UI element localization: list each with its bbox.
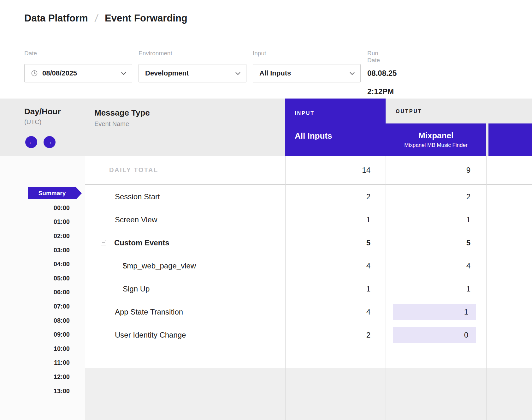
daily-total-label: DAILY TOTAL	[85, 156, 285, 184]
chevron-down-icon	[350, 72, 355, 75]
clock-icon	[31, 70, 38, 77]
table-row-sign-up: Sign Up 1 1	[85, 277, 532, 300]
hour-row[interactable]: 00:00	[0, 201, 70, 215]
output-column-title: Mixpanel	[418, 131, 453, 141]
day-nav: ← →	[25, 136, 56, 148]
hour-row[interactable]: 06:00	[0, 285, 70, 300]
event-name-group: Custom Events	[85, 231, 285, 254]
day-hour-title: Day/Hour	[24, 107, 61, 117]
hour-row[interactable]: 02:00	[0, 229, 70, 243]
breadcrumb-data-platform[interactable]: Data Platform	[24, 13, 88, 24]
output-count: 4	[386, 254, 486, 277]
breadcrumb-separator: /	[94, 12, 99, 24]
event-name: Session Start	[85, 185, 285, 208]
input-count: 1	[285, 277, 386, 300]
output-count-value: 1	[393, 304, 476, 320]
event-forwarding-page: Data Platform / Event Forwarding Date 08…	[0, 0, 532, 420]
output-count-value: 0	[393, 327, 476, 343]
next-day-button[interactable]: →	[44, 136, 56, 148]
output-group-label: OUTPUT	[396, 109, 422, 114]
input-select[interactable]: All Inputs	[253, 64, 361, 82]
hour-row[interactable]: 09:00	[0, 327, 70, 342]
hour-row[interactable]: 10:00	[0, 342, 70, 356]
next-output-column-partial	[488, 123, 532, 156]
output-count: 2	[386, 185, 486, 208]
output-count-highlighted: 1	[386, 300, 486, 323]
hour-row[interactable]: 08:00	[0, 314, 70, 328]
output-count: 5	[386, 231, 486, 254]
output-count-highlighted: 0	[386, 323, 486, 346]
event-name: $mp_web_page_view	[85, 254, 285, 277]
hour-row[interactable]: 01:00	[0, 215, 70, 229]
date-select[interactable]: 08/08/2025	[24, 64, 132, 82]
message-type-header: Message Type Event Name	[94, 108, 150, 128]
hour-row[interactable]: 13:00	[0, 384, 70, 398]
hour-row[interactable]: 07:00	[0, 299, 70, 314]
date-filter-label: Date	[24, 50, 37, 57]
hour-list: 00:00 01:00 02:00 03:00 04:00 05:00 06:0…	[0, 201, 70, 398]
input-count: 2	[285, 185, 386, 208]
table-row-custom-events: Custom Events 5 5	[85, 231, 532, 254]
input-count: 1	[285, 208, 386, 231]
breadcrumb: Data Platform / Event Forwarding	[24, 12, 187, 24]
hour-row[interactable]: 05:00	[0, 271, 70, 285]
message-type-subtitle: Event Name	[94, 120, 150, 128]
input-count: 5	[285, 231, 386, 254]
input-value: All Inputs	[259, 69, 291, 77]
event-rows: Session Start 2 2 Screen View 1 1 Custom…	[85, 185, 532, 346]
event-name: App State Transition	[85, 300, 285, 323]
input-count: 4	[285, 300, 386, 323]
table-row-app-state-transition: App State Transition 4 1	[85, 300, 532, 323]
hour-row[interactable]: 04:00	[0, 257, 70, 271]
hour-row[interactable]: 03:00	[0, 243, 70, 257]
hour-row[interactable]: 11:00	[0, 356, 70, 370]
day-hour-header: Day/Hour (UTC)	[24, 107, 61, 126]
table-row-mp-web-page-view: $mp_web_page_view 4 4	[85, 254, 532, 277]
arrow-right-icon: →	[47, 139, 53, 146]
output-count: 1	[386, 208, 486, 231]
input-filter-label: Input	[253, 50, 266, 57]
daily-total-row: DAILY TOTAL 14 9	[85, 156, 532, 185]
input-count: 4	[285, 254, 386, 277]
event-name: User Identity Change	[85, 323, 285, 346]
summary-tab-label: Summary	[38, 190, 66, 197]
daily-total-input-count: 14	[285, 156, 386, 184]
table-footer-area	[85, 368, 532, 420]
event-name: Custom Events	[114, 238, 169, 247]
summary-tab[interactable]: Summary	[28, 187, 76, 199]
environment-value: Development	[145, 69, 189, 77]
input-count: 2	[285, 323, 386, 346]
output-count: 1	[386, 277, 486, 300]
input-group-label: INPUT	[295, 111, 315, 116]
filter-bar: Date 08/08/2025 Environment Development	[0, 41, 532, 99]
chevron-down-icon	[235, 72, 240, 75]
day-hour-subtitle: (UTC)	[24, 118, 61, 126]
column-divider	[486, 156, 487, 420]
run-date-label: Run Date	[367, 50, 380, 64]
table-header-band: Day/Hour (UTC) ← → Message Type Event Na…	[0, 99, 532, 156]
output-column-header-mixpanel[interactable]: Mixpanel Mixpanel MB Music Finder	[386, 123, 486, 156]
event-name: Screen View	[85, 208, 285, 231]
page-header: Data Platform / Event Forwarding	[0, 0, 532, 41]
previous-day-button[interactable]: ←	[25, 136, 37, 148]
collapse-icon[interactable]	[101, 240, 106, 245]
environment-select[interactable]: Development	[139, 64, 246, 82]
breadcrumb-current-page: Event Forwarding	[105, 13, 187, 24]
chevron-down-icon	[121, 72, 126, 75]
environment-filter-label: Environment	[139, 50, 172, 57]
column-divider	[285, 156, 286, 420]
date-value: 08/08/2025	[42, 69, 77, 77]
column-divider	[85, 156, 85, 420]
message-type-title: Message Type	[94, 108, 150, 118]
run-date-value: 08.08.25 2:12PM UTC	[367, 64, 397, 82]
table-row-user-identity-change: User Identity Change 2 0	[85, 323, 532, 346]
daily-total-output-count: 9	[386, 156, 486, 184]
input-column-header[interactable]: INPUT All Inputs	[285, 99, 386, 156]
output-column-subtitle: Mixpanel MB Music Finder	[404, 142, 467, 148]
hour-row[interactable]: 12:00	[0, 370, 70, 384]
input-column-title: All Inputs	[295, 131, 332, 141]
arrow-left-icon: ←	[28, 139, 34, 146]
table-row-screen-view: Screen View 1 1	[85, 208, 532, 231]
table-row-session-start: Session Start 2 2	[85, 185, 532, 208]
column-divider	[386, 156, 386, 420]
